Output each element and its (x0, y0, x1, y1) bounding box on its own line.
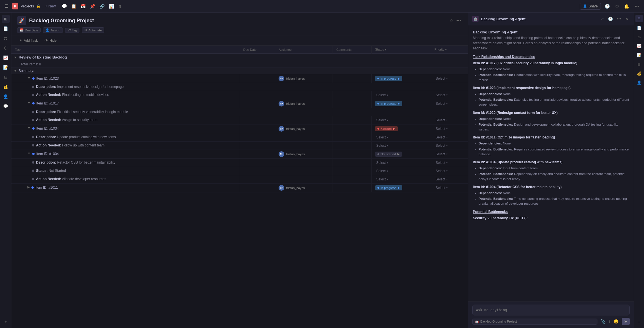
add-task-button[interactable]: ＋ Add Task (17, 37, 39, 44)
priority-select-1034[interactable]: Select ▾ (435, 126, 465, 131)
panel-more-icon[interactable]: ••• (616, 15, 622, 22)
clipboard-icon[interactable]: 📋 (70, 2, 78, 10)
sidebar-icon-docs[interactable]: 📄 (2, 25, 10, 33)
right-strip-balance-icon[interactable]: ⚖ (635, 33, 643, 41)
right-panel: 🤖 Backlog Grooming Agent ↗ 🕐 ••• ✕ Backl… (468, 13, 634, 328)
chat-input-area[interactable] (472, 305, 630, 315)
section-chevron[interactable]: ▼ (14, 56, 17, 59)
col-priority[interactable]: Priority ▾ (431, 46, 468, 54)
status-select-action-1034[interactable]: Select ▾ (375, 143, 427, 148)
info-icon[interactable]: ℹ (608, 318, 611, 325)
right-strip-person-icon[interactable]: 👤 (635, 79, 643, 86)
sidebar-icon-add[interactable]: ＋ (2, 318, 10, 326)
menu-icon[interactable]: ☰ (3, 2, 10, 10)
priority-select-1011[interactable]: Select ▾ (435, 185, 465, 190)
top-bar-right: 👤 Share 🕐 ⚙ 🔔 ••• (580, 2, 641, 10)
sidebar-icon-layers[interactable]: ⬡ (2, 44, 10, 52)
col-assignee: Assignee (275, 46, 333, 54)
item-chevron-1034[interactable]: ▼ (27, 126, 31, 130)
item-chevron-1023[interactable]: ▼ (27, 76, 31, 80)
due-date-cell-1017 (240, 99, 275, 108)
status-select-action-1017[interactable]: Select ▾ (375, 118, 427, 123)
item-chevron-1004[interactable]: ▼ (27, 152, 31, 155)
panel-clock-icon[interactable]: 🕐 (607, 15, 614, 22)
status-arrow-1004[interactable]: ▶ (397, 152, 400, 156)
right-strip-chart-icon[interactable]: 📈 (635, 42, 643, 50)
automate-tag[interactable]: ⚙ Automate (82, 27, 104, 33)
status-select-action-1004[interactable]: Select ▾ (375, 177, 427, 182)
upload-icon[interactable]: ⬆ (117, 2, 123, 10)
project-more-button[interactable]: ••• (455, 17, 462, 24)
col-status[interactable]: Status ▾ (371, 46, 431, 54)
tag-tag[interactable]: 🏷 Tag (65, 28, 80, 33)
ps-label-1034: Select (436, 144, 445, 148)
priority-select-action-1034[interactable]: Select ▾ (435, 143, 465, 148)
bell-icon[interactable]: 🔔 (623, 2, 631, 10)
assign-tag[interactable]: 👤 Assign (43, 27, 63, 33)
history-icon[interactable]: 🕐 (603, 2, 611, 10)
send-button[interactable]: ➤ (622, 318, 630, 325)
attach-icon[interactable]: 📎 (600, 318, 606, 325)
priority-select-1017[interactable]: Select ▾ (435, 101, 465, 106)
share-button[interactable]: 👤 Share (580, 3, 601, 10)
total-items-cell: Total Items: 8 (11, 61, 468, 68)
sidebar-icon-chart2[interactable]: 📈 (2, 54, 10, 62)
right-strip-grid-icon[interactable]: ⊟ (635, 61, 643, 68)
priority-select-1004[interactable]: Select ▾ (435, 152, 465, 157)
status-arrow-1023[interactable]: ▶ (398, 77, 400, 80)
status-cell-1017: In progress ▶ (371, 99, 431, 108)
chart-icon[interactable]: 📊 (107, 2, 116, 10)
table-row: Action Needed: Assign to security team S… (11, 116, 468, 124)
sidebar-icon-home[interactable]: ⊞ (2, 15, 10, 23)
link-icon[interactable]: 🔗 (98, 2, 106, 10)
priority-select-1034d[interactable]: Select ▾ (435, 135, 465, 140)
status-arrow-1011[interactable]: ▶ (398, 186, 400, 189)
priority-select-1004s[interactable]: Select ▾ (435, 168, 465, 174)
sidebar-icon-note[interactable]: 📝 (2, 63, 10, 71)
sidebar-icon-chat2[interactable]: 💬 (2, 102, 10, 110)
right-strip-panel-icon[interactable]: ⊞ (635, 15, 643, 22)
status-arrow-1034[interactable]: ▶ (393, 127, 395, 130)
col-due-date[interactable]: Due Date (240, 46, 275, 54)
priority-select-1023[interactable]: Select ▾ (435, 76, 465, 81)
right-strip-docs-icon[interactable]: 📄 (635, 24, 643, 31)
chat-context-tag[interactable]: 🤖 Backlog Grooming Project (472, 319, 597, 325)
panel-external-link-icon[interactable]: ↗ (599, 15, 605, 22)
priority-select-action-1017[interactable]: Select ▾ (435, 118, 465, 123)
smile-icon[interactable]: 😊 (613, 318, 619, 325)
star-icon[interactable]: ☆ (450, 18, 453, 23)
status-select-1004s[interactable]: Select ▾ (375, 168, 427, 174)
status-select-1034d[interactable]: Select ▾ (375, 135, 427, 140)
hide-button[interactable]: 👁 Hide (43, 38, 58, 43)
task-cell-1017: ▼ Item ID: #1017 (11, 99, 240, 108)
more-options-icon[interactable]: ••• (633, 2, 641, 10)
chat-input[interactable] (476, 308, 626, 312)
status-select-1004d[interactable]: Select ▾ (375, 160, 427, 165)
d-assign-1034 (275, 141, 333, 150)
right-strip-note-icon[interactable]: 📝 (635, 51, 643, 59)
calendar-icon[interactable]: 📅 (79, 2, 87, 10)
sidebar-icon-coin[interactable]: 💰 (2, 83, 10, 91)
pin-icon[interactable]: 📌 (89, 2, 97, 10)
priority-select-1004d[interactable]: Select ▾ (435, 160, 465, 165)
chat-icon[interactable]: 💬 (60, 2, 69, 10)
automate-icon: ⚙ (84, 28, 87, 32)
right-strip-add-icon[interactable]: ＋ (635, 318, 643, 326)
sidebar-icon-balance[interactable]: ⚖ (2, 34, 10, 42)
subsection-chevron[interactable]: ▼ (14, 69, 17, 73)
status-arrow-1017[interactable]: ▶ (398, 102, 400, 105)
panel-close-icon[interactable]: ✕ (624, 15, 630, 22)
sidebar-icon-grid[interactable]: ⊟ (2, 73, 10, 81)
new-button[interactable]: + New (43, 3, 58, 9)
item-chevron-1011[interactable]: ▶ (27, 185, 30, 189)
priority-select-action-1023[interactable]: Select ▾ (435, 92, 465, 98)
settings-icon[interactable]: ⚙ (614, 2, 620, 10)
list-item: Potential Bottlenecks: Extensive testing… (479, 97, 629, 107)
due-date-tag[interactable]: 📅 Due Date (17, 27, 41, 33)
right-strip-coin-icon[interactable]: 💰 (635, 70, 643, 77)
sidebar-icon-person[interactable]: 👤 (2, 92, 10, 100)
status-select-action-1023[interactable]: Select ▾ (375, 92, 427, 98)
col-task: Task (11, 46, 240, 54)
item-chevron-1017[interactable]: ▼ (27, 101, 31, 104)
priority-select-action-1004[interactable]: Select ▾ (435, 177, 465, 182)
